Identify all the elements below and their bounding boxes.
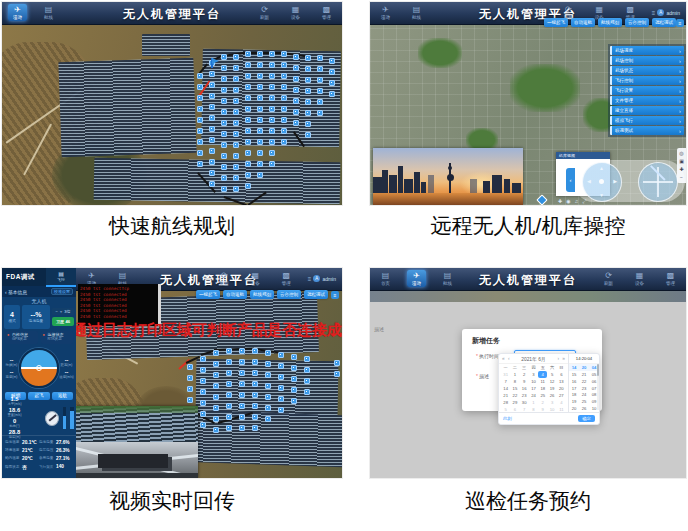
minute-option[interactable]: 21 xyxy=(579,371,589,378)
satellite-map[interactable] xyxy=(2,24,342,205)
waypoint-marker[interactable] xyxy=(226,392,232,398)
waypoint-marker[interactable] xyxy=(213,405,219,411)
waypoint-marker[interactable] xyxy=(265,416,271,422)
waypoint-marker[interactable] xyxy=(252,381,258,387)
waypoint-marker[interactable] xyxy=(304,378,310,384)
waypoint-marker[interactable] xyxy=(239,348,245,354)
waypoint-marker[interactable] xyxy=(209,170,215,176)
calendar-day[interactable]: 13 xyxy=(557,378,566,385)
waypoint-marker[interactable] xyxy=(209,159,215,165)
waypoint-marker[interactable] xyxy=(221,54,227,60)
action-button[interactable]: 远程调试 xyxy=(652,18,676,27)
calendar-day[interactable]: 22 xyxy=(510,392,519,399)
nav-item[interactable]: ▤航线 xyxy=(39,4,58,21)
waypoint-marker[interactable] xyxy=(209,82,215,88)
waypoint-marker[interactable] xyxy=(200,367,206,373)
waypoint-marker[interactable] xyxy=(252,348,258,354)
waypoint-marker[interactable] xyxy=(209,137,215,143)
nav-item[interactable]: ▦设备 xyxy=(630,270,649,287)
waypoint-marker[interactable] xyxy=(197,161,203,167)
waypoint-marker[interactable] xyxy=(209,148,215,154)
calendar-day[interactable]: 21 xyxy=(501,392,510,399)
minute-option[interactable]: 24 xyxy=(579,391,589,398)
waypoint-marker[interactable] xyxy=(304,367,310,373)
menu-row[interactable]: 建立直播› xyxy=(610,106,684,115)
waypoint-marker[interactable] xyxy=(197,117,203,123)
waypoint-marker[interactable] xyxy=(252,403,258,409)
waypoint-marker[interactable] xyxy=(200,356,206,362)
calendar-day[interactable]: 31 xyxy=(501,371,510,378)
menu-row[interactable]: 文件管理› xyxy=(610,96,684,105)
video-icon[interactable]: ◉ xyxy=(566,198,570,205)
waypoint-marker[interactable] xyxy=(213,416,219,422)
calendar-day[interactable]: 3 xyxy=(547,399,556,406)
nav-item[interactable]: ✈漫游 xyxy=(376,4,395,21)
waypoint-marker[interactable] xyxy=(265,361,271,367)
action-button[interactable]: 航线规划 xyxy=(598,18,622,27)
waypoint-marker[interactable] xyxy=(281,139,287,145)
next-year-icon[interactable]: » xyxy=(562,356,565,361)
waypoint-marker[interactable] xyxy=(213,350,219,356)
waypoint-marker[interactable] xyxy=(245,172,251,178)
waypoint-marker[interactable] xyxy=(291,387,297,393)
hour-option[interactable]: 16 xyxy=(569,378,579,385)
waypoint-marker[interactable] xyxy=(334,360,340,366)
waypoint-marker[interactable] xyxy=(281,128,287,134)
live-video-window[interactable] xyxy=(74,406,198,478)
waypoint-marker[interactable] xyxy=(221,98,227,104)
nav-item[interactable]: ▤首页 xyxy=(376,270,395,287)
hour-option[interactable]: 20 xyxy=(569,405,579,412)
waypoint-marker[interactable] xyxy=(265,383,271,389)
nav-item[interactable]: ⟳刷新 xyxy=(599,270,618,287)
action-button[interactable]: 云台控制 xyxy=(277,290,301,299)
minute-option[interactable]: 23 xyxy=(579,385,589,392)
waypoint-marker[interactable] xyxy=(221,142,227,148)
calendar-day[interactable]: 11 xyxy=(538,378,547,385)
waypoint-marker[interactable] xyxy=(257,51,263,57)
waypoint-marker[interactable] xyxy=(187,386,193,392)
joystick-arrow-icon[interactable]: ◀ xyxy=(587,179,591,184)
waypoint-marker[interactable] xyxy=(269,161,275,167)
menu-row[interactable]: 飞行控制› xyxy=(610,76,684,85)
action-button[interactable]: 云台控制 xyxy=(625,18,649,27)
menu-row[interactable]: 飞行设置› xyxy=(610,86,684,95)
waypoint-marker[interactable] xyxy=(213,372,219,378)
waypoint-marker[interactable] xyxy=(291,376,297,382)
calibration-chip[interactable]: 校准设置 xyxy=(51,288,73,295)
video-icon[interactable]: ✚ xyxy=(558,198,562,205)
waypoint-marker[interactable] xyxy=(252,370,258,376)
waypoint-marker[interactable] xyxy=(252,425,258,431)
waypoint-marker[interactable] xyxy=(305,121,311,127)
waypoint-marker[interactable] xyxy=(281,73,287,79)
calendar-day[interactable]: 20 xyxy=(557,385,566,392)
calendar-day[interactable]: 24 xyxy=(529,392,538,399)
waypoint-marker[interactable] xyxy=(269,84,275,90)
waypoint-marker[interactable] xyxy=(245,139,251,145)
waypoint-marker[interactable] xyxy=(269,51,275,57)
waypoint-marker[interactable] xyxy=(257,62,263,68)
waypoint-marker[interactable] xyxy=(221,164,227,170)
map-tool-icon[interactable]: ✚ xyxy=(679,167,683,172)
waypoint-marker[interactable] xyxy=(305,77,311,83)
waypoint-marker[interactable] xyxy=(197,106,203,112)
calendar-day[interactable]: 26 xyxy=(547,392,556,399)
waypoint-marker[interactable] xyxy=(239,370,245,376)
waypoint-marker[interactable] xyxy=(233,87,239,93)
calendar-day[interactable]: 15 xyxy=(510,385,519,392)
waypoint-marker[interactable] xyxy=(245,84,251,90)
calendar-day[interactable]: 16 xyxy=(520,385,529,392)
waypoint-marker[interactable] xyxy=(200,411,206,417)
waypoint-marker[interactable] xyxy=(304,356,310,362)
calendar-day[interactable]: 23 xyxy=(520,392,529,399)
waypoint-marker[interactable] xyxy=(329,69,335,75)
waypoint-marker[interactable] xyxy=(281,62,287,68)
calendar-day[interactable]: 30 xyxy=(520,399,529,406)
waypoint-marker[interactable] xyxy=(257,139,263,145)
waypoint-marker[interactable] xyxy=(304,389,310,395)
calendar-day[interactable]: 19 xyxy=(547,385,556,392)
waypoint-marker[interactable] xyxy=(317,77,323,83)
waypoint-marker[interactable] xyxy=(245,128,251,134)
back-link[interactable]: ‹ 基本信息 xyxy=(5,289,27,295)
waypoint-marker[interactable] xyxy=(245,51,251,57)
waypoint-marker[interactable] xyxy=(209,181,215,187)
